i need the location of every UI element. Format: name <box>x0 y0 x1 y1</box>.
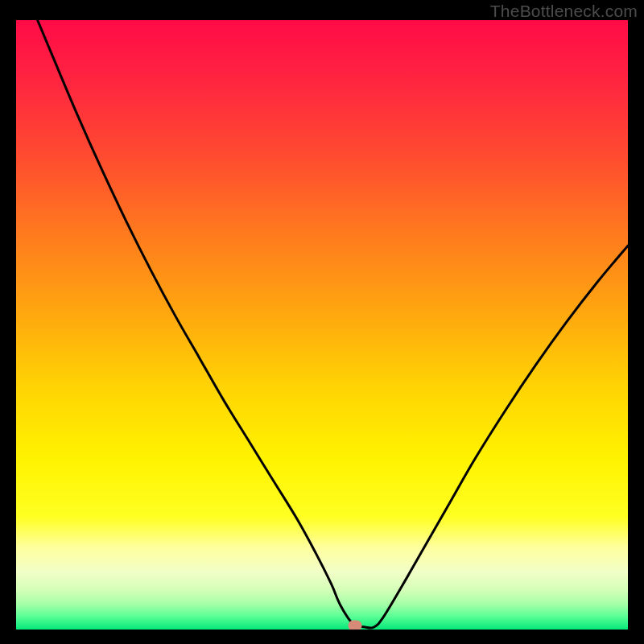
plot-area <box>16 20 628 630</box>
bottleneck-curve <box>16 20 628 630</box>
optimum-marker <box>349 620 362 630</box>
watermark-text: TheBottleneck.com <box>490 2 638 21</box>
chart-frame: TheBottleneck.com <box>0 0 644 644</box>
